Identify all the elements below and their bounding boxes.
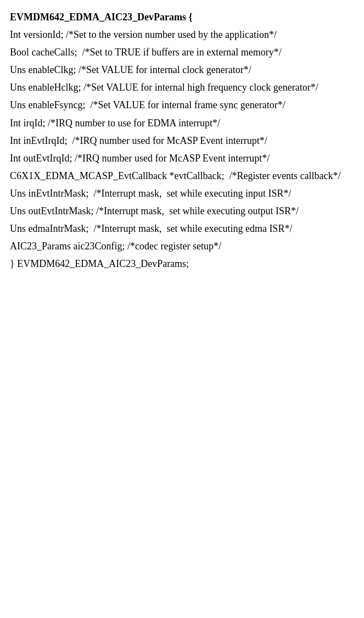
text-p9: Int outEvtIrqId; /*IRQ number used for M… <box>10 153 270 164</box>
text-p15: } EVMDM642_EDMA_AIC23_DevParams; <box>10 258 189 269</box>
text-p12: Uns outEvtIntrMask; /*Interrupt mask, se… <box>10 205 299 216</box>
text-p2: Int versionId; /*Set to the version numb… <box>10 29 277 40</box>
text-p13: Uns edmaIntrMask; /*Interrupt mask, set … <box>10 223 292 234</box>
text-p5: Uns enableHclkg; /*Set VALUE for interna… <box>10 82 318 93</box>
text-p1: EVMDM642_EDMA_AIC23_DevParams { <box>10 12 193 23</box>
paragraph-11: Uns inEvtIntrMask; /*Interrupt mask, set… <box>10 186 352 201</box>
document-content: EVMDM642_EDMA_AIC23_DevParams { Int vers… <box>10 10 352 271</box>
text-p6: Uns enableFsyncg; /*Set VALUE for intern… <box>10 99 285 110</box>
text-p14: AIC23_Params aic23Config; /*codec regist… <box>10 241 221 252</box>
paragraph-1: EVMDM642_EDMA_AIC23_DevParams { <box>10 10 352 24</box>
paragraph-2: Int versionId; /*Set to the version numb… <box>10 27 352 42</box>
paragraph-15: } EVMDM642_EDMA_AIC23_DevParams; <box>10 257 352 271</box>
text-p3: Bool cacheCalls; /*Set to TRUE if buffer… <box>10 47 282 58</box>
paragraph-5: Uns enableHclkg; /*Set VALUE for interna… <box>10 80 352 94</box>
text-p11: Uns inEvtIntrMask; /*Interrupt mask, set… <box>10 188 291 199</box>
text-p7: Int irqId; /*IRQ number to use for EDMA … <box>10 118 220 129</box>
paragraph-12: Uns outEvtIntrMask; /*Interrupt mask, se… <box>10 204 352 218</box>
paragraph-7: Int irqId; /*IRQ number to use for EDMA … <box>10 116 352 130</box>
paragraph-8: Int inEvtIrqId; /*IRQ number used for Mc… <box>10 133 352 148</box>
paragraph-13: Uns edmaIntrMask; /*Interrupt mask, set … <box>10 221 352 236</box>
text-p4: Uns enableClkg; /*Set VALUE for internal… <box>10 64 251 75</box>
text-p8: Int inEvtIrqId; /*IRQ number used for Mc… <box>10 135 267 146</box>
paragraph-9: Int outEvtIrqId; /*IRQ number used for M… <box>10 151 352 165</box>
paragraph-14: AIC23_Params aic23Config; /*codec regist… <box>10 239 352 253</box>
paragraph-10: C6X1X_EDMA_MCASP_EvtCallback *evtCallbac… <box>10 169 352 183</box>
paragraph-6: Uns enableFsyncg; /*Set VALUE for intern… <box>10 98 352 112</box>
paragraph-3: Bool cacheCalls; /*Set to TRUE if buffer… <box>10 45 352 59</box>
text-p10: C6X1X_EDMA_MCASP_EvtCallback *evtCallbac… <box>10 170 340 181</box>
paragraph-4: Uns enableClkg; /*Set VALUE for internal… <box>10 63 352 77</box>
